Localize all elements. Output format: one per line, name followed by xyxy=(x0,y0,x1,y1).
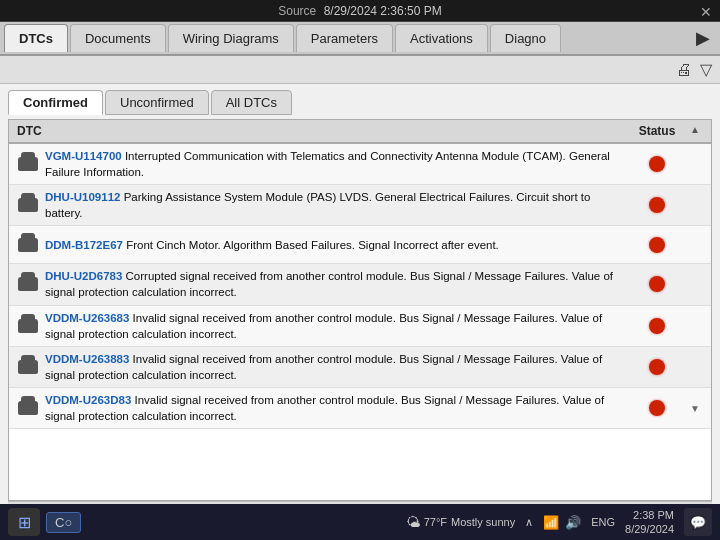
sys-icons: 📶 🔊 xyxy=(543,515,581,530)
tab-documents[interactable]: Documents xyxy=(70,24,166,52)
app-container: DTCs Documents Wiring Diagrams Parameter… xyxy=(0,22,720,540)
dtc-description: Invalid signal received from another con… xyxy=(45,353,602,381)
status-dot xyxy=(649,318,665,334)
table-row[interactable]: VDDM-U263D83 Invalid signal received fro… xyxy=(9,388,711,429)
taskbar-right: 🌤 77°F Mostly sunny ∧ 📶 🔊 ENG 2:38 PM 8/… xyxy=(406,508,712,537)
chevron-up-icon[interactable]: ∧ xyxy=(525,516,533,529)
tab-activations[interactable]: Activations xyxy=(395,24,488,52)
car-icon xyxy=(17,155,39,173)
dtc-code: DHU-U2D6783 xyxy=(45,270,122,282)
sub-tabs: Confirmed Unconfirmed All DTCs xyxy=(8,90,712,115)
subtab-confirmed[interactable]: Confirmed xyxy=(8,90,103,115)
filter-icon[interactable]: ▽ xyxy=(700,60,712,79)
dtc-description: Interrupted Communication with Telematic… xyxy=(45,150,610,178)
tab-diagno[interactable]: Diagno xyxy=(490,24,561,52)
dtc-description: Front Cinch Motor. Algorithm Based Failu… xyxy=(123,239,499,251)
dtc-body: VGM-U114700 Interrupted Communication wi… xyxy=(9,144,711,500)
table-row[interactable]: VDDM-U263883 Invalid signal received fro… xyxy=(9,347,711,388)
status-cell xyxy=(627,237,687,253)
content-area: Confirmed Unconfirmed All DTCs DTC Statu… xyxy=(0,84,720,540)
network-icon: 📶 xyxy=(543,515,559,530)
car-icon xyxy=(17,317,39,335)
status-dot xyxy=(649,156,665,172)
table-row[interactable]: DHU-U109112 Parking Assistance System Mo… xyxy=(9,185,711,226)
status-cell xyxy=(627,400,687,416)
table-row[interactable]: DDM-B172E67 Front Cinch Motor. Algorithm… xyxy=(9,226,711,264)
table-row[interactable]: DHU-U2D6783 Corrupted signal received fr… xyxy=(9,264,711,305)
nav-arrow[interactable]: ▶ xyxy=(690,27,716,49)
lang-label: ENG xyxy=(591,516,615,528)
status-dot xyxy=(649,276,665,292)
row-text: DDM-B172E67 Front Cinch Motor. Algorithm… xyxy=(45,237,627,253)
dtc-code: VDDM-U263883 xyxy=(45,353,129,365)
nav-tabs: DTCs Documents Wiring Diagrams Parameter… xyxy=(0,22,720,56)
close-button[interactable]: ✕ xyxy=(700,4,712,20)
start-button[interactable]: ⊞ xyxy=(8,508,40,536)
notification-icon[interactable]: 💬 xyxy=(684,508,712,536)
row-scroll: ▼ xyxy=(687,403,703,414)
status-cell xyxy=(627,359,687,375)
tab-wiring[interactable]: Wiring Diagrams xyxy=(168,24,294,52)
app-icon: C○ xyxy=(55,515,72,530)
status-dot xyxy=(649,197,665,213)
dtc-description: Corrupted signal received from another c… xyxy=(45,270,613,298)
clock: 2:38 PM xyxy=(625,508,674,522)
dtc-code: DHU-U109112 xyxy=(45,191,120,203)
status-cell xyxy=(627,156,687,172)
dtc-code: VGM-U114700 xyxy=(45,150,122,162)
subtab-unconfirmed[interactable]: Unconfirmed xyxy=(105,90,209,115)
status-dot xyxy=(649,400,665,416)
row-text: VGM-U114700 Interrupted Communication wi… xyxy=(45,148,627,180)
speech-bubble-icon: 💬 xyxy=(690,515,706,530)
weather-icon: 🌤 xyxy=(406,514,420,530)
dtc-code: VDDM-U263D83 xyxy=(45,394,131,406)
table-row[interactable]: VDDM-U263683 Invalid signal received fro… xyxy=(9,306,711,347)
weather-info: 🌤 77°F Mostly sunny xyxy=(406,514,516,530)
car-icon xyxy=(17,236,39,254)
toolbar: 🖨 ▽ xyxy=(0,56,720,84)
status-dot xyxy=(649,237,665,253)
car-icon xyxy=(17,275,39,293)
col-header-dtc: DTC xyxy=(17,124,627,138)
table-header: DTC Status ▲ xyxy=(9,120,711,144)
row-text: VDDM-U263D83 Invalid signal received fro… xyxy=(45,392,627,424)
row-text: VDDM-U263683 Invalid signal received fro… xyxy=(45,310,627,342)
windows-icon: ⊞ xyxy=(18,513,31,532)
time-info: 2:38 PM 8/29/2024 xyxy=(625,508,674,537)
source-label: Source xyxy=(278,4,316,18)
car-icon xyxy=(17,358,39,376)
scroll-up-indicator: ▲ xyxy=(687,124,703,138)
col-header-status: Status xyxy=(627,124,687,138)
status-dot xyxy=(649,359,665,375)
row-text: DHU-U109112 Parking Assistance System Mo… xyxy=(45,189,627,221)
dtc-description: Parking Assistance System Module (PAS) L… xyxy=(45,191,590,219)
dtc-code: DDM-B172E67 xyxy=(45,239,123,251)
source-datetime: 8/29/2024 2:36:50 PM xyxy=(324,4,442,18)
dtc-description: Invalid signal received from another con… xyxy=(45,312,602,340)
subtab-all-dtcs[interactable]: All DTCs xyxy=(211,90,292,115)
status-cell xyxy=(627,197,687,213)
status-cell xyxy=(627,318,687,334)
taskbar: ⊞ C○ 🌤 77°F Mostly sunny ∧ 📶 🔊 ENG 2:38 … xyxy=(0,504,720,540)
taskbar-app[interactable]: C○ xyxy=(46,512,81,533)
tab-dtcs[interactable]: DTCs xyxy=(4,24,68,52)
dtc-code: VDDM-U263683 xyxy=(45,312,129,324)
status-cell xyxy=(627,276,687,292)
weather-desc: Mostly sunny xyxy=(451,516,515,528)
car-icon xyxy=(17,196,39,214)
table-row[interactable]: VGM-U114700 Interrupted Communication wi… xyxy=(9,144,711,185)
top-bar: Source 8/29/2024 2:36:50 PM ✕ xyxy=(0,0,720,22)
row-text: VDDM-U263883 Invalid signal received fro… xyxy=(45,351,627,383)
row-text: DHU-U2D6783 Corrupted signal received fr… xyxy=(45,268,627,300)
temperature: 77°F xyxy=(424,516,447,528)
dtc-table: DTC Status ▲ VGM-U114700 Interrupted Com… xyxy=(8,119,712,501)
tab-parameters[interactable]: Parameters xyxy=(296,24,393,52)
date: 8/29/2024 xyxy=(625,522,674,536)
print-icon[interactable]: 🖨 xyxy=(676,61,692,79)
speaker-icon: 🔊 xyxy=(565,515,581,530)
car-icon xyxy=(17,399,39,417)
